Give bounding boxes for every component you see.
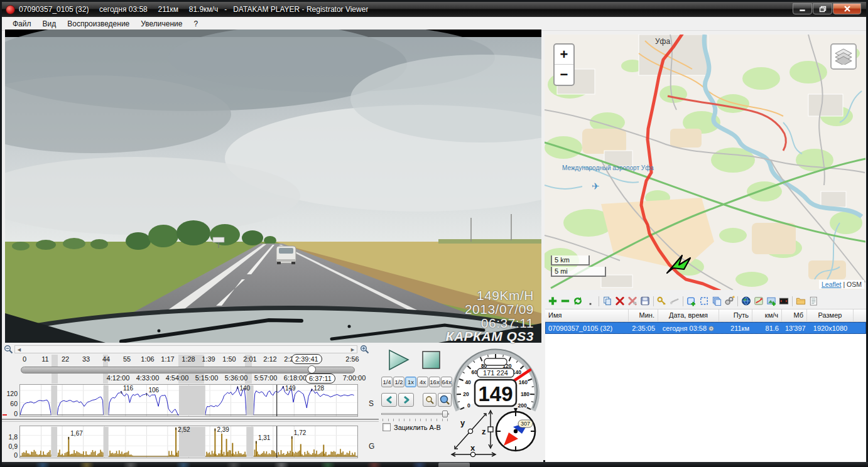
- toolbar-delete-button[interactable]: [614, 295, 626, 308]
- stop-button[interactable]: [421, 351, 442, 370]
- menu-item-help[interactable]: ?: [188, 18, 203, 30]
- speed-graph[interactable]: 116106140149128: [19, 384, 358, 417]
- checkbox-box[interactable]: [382, 423, 391, 431]
- minute-end-tick: 2:56: [345, 355, 359, 363]
- toolbar-add-button[interactable]: [546, 295, 559, 308]
- timeline-zoom-out-icon[interactable]: [4, 345, 13, 354]
- gears-icon: [724, 295, 735, 307]
- toolbar-delete-dim-button[interactable]: [626, 295, 639, 308]
- close-button[interactable]: [833, 3, 861, 14]
- cell-5: 13'397: [782, 324, 807, 333]
- toolbar-frame-add-button[interactable]: [685, 295, 698, 308]
- svg-text:116: 116: [123, 385, 133, 392]
- map-route-icon: [753, 295, 764, 307]
- axis-x-label: x: [470, 443, 475, 453]
- column-header-6[interactable]: Размер: [807, 309, 854, 321]
- odometer-value: 171 224: [483, 369, 508, 377]
- scroll-right-arrow[interactable]: ►: [350, 346, 355, 353]
- map-zoom-out-button[interactable]: −: [555, 65, 573, 85]
- toolbar-refresh-button[interactable]: [572, 295, 584, 308]
- playback-speed-16x[interactable]: 16x: [429, 377, 440, 387]
- title-bar[interactable]: 07090357_0105 (32) сегодня 03:58 211км 8…: [2, 2, 866, 17]
- column-header-4[interactable]: км/ч: [752, 309, 782, 321]
- toolbar-selection-button[interactable]: [698, 295, 710, 308]
- table-body: 07090357_0105 (32)2:35:05сегодня 03:58 2…: [545, 322, 866, 334]
- play-button[interactable]: [388, 349, 411, 372]
- video-panel[interactable]: 149Km/H 2013/07/09 06:37:11 КАРКАМ QS3: [5, 30, 541, 343]
- scroll-left-arrow[interactable]: ◄: [16, 346, 22, 353]
- volume-slider-thumb[interactable]: [442, 411, 448, 417]
- loop-ab-checkbox[interactable]: Зациклить A-B: [382, 423, 441, 431]
- g-force-graph[interactable]: 1,672,522,391,311,72: [19, 426, 358, 458]
- menu-item-file[interactable]: Файл: [7, 18, 37, 30]
- toolbar-image-add-button[interactable]: [765, 295, 778, 308]
- next-file-button[interactable]: [398, 393, 414, 407]
- menu-item-playback[interactable]: Воспроизведение: [62, 18, 135, 30]
- column-header-2[interactable]: Дата, время: [658, 309, 719, 321]
- menu-item-zoom[interactable]: Увеличение: [135, 18, 188, 30]
- timeline-slider[interactable]: [21, 367, 355, 373]
- toolbar-layers-copy-button[interactable]: [710, 295, 723, 308]
- speed-ytick: 120: [2, 390, 18, 397]
- cell-2: сегодня 03:58: [658, 324, 719, 333]
- playback-speed-1-2[interactable]: 1/2: [393, 377, 404, 387]
- g-ytick: 1,8: [2, 433, 18, 441]
- toolbar-copy-button[interactable]: [601, 295, 614, 308]
- add-icon: [547, 295, 558, 307]
- timeline-slider-thumb[interactable]: [308, 365, 316, 373]
- minute-tick: 1:50: [222, 355, 236, 363]
- toolbar-key-button[interactable]: [656, 295, 668, 308]
- table-row[interactable]: 07090357_0105 (32)2:35:05сегодня 03:58 2…: [545, 322, 866, 334]
- car-ahead: [276, 246, 296, 264]
- toolbar-more-button[interactable]: [584, 295, 597, 308]
- report-icon: [808, 295, 819, 307]
- cell-3: 211км: [719, 324, 752, 333]
- table-header: ИмяМин.Дата, времяПутькм/чМбРазмер: [545, 309, 866, 322]
- toolbar-separator: [792, 296, 793, 306]
- map-layers-button[interactable]: [830, 43, 857, 70]
- column-header-0[interactable]: Имя: [545, 309, 629, 321]
- svg-text:20: 20: [463, 391, 469, 397]
- toolbar-map-route-button[interactable]: [752, 295, 765, 308]
- svg-text:1,67: 1,67: [70, 430, 83, 437]
- clock-tick: 5:36:00: [225, 374, 248, 382]
- minimize-button[interactable]: [793, 3, 812, 14]
- restore-button[interactable]: [813, 3, 832, 14]
- toolbar-separator: [599, 296, 599, 306]
- clock-end-tick: 7:00:00: [343, 374, 366, 382]
- svg-text:149: 149: [285, 385, 296, 392]
- column-header-1[interactable]: Мин.: [629, 309, 658, 321]
- minute-tick: 1:28: [182, 355, 195, 363]
- timeline-zoom-in-icon[interactable]: [360, 345, 369, 354]
- volume-slider-ticks: [382, 419, 448, 421]
- playback-speed-4x[interactable]: 4x: [417, 377, 428, 387]
- zoom-out-plot-button[interactable]: [423, 393, 437, 407]
- playback-speed-1-4[interactable]: 1/4: [381, 377, 393, 387]
- xyz-axes-widget: y z x: [449, 408, 498, 459]
- toolbar-separator: [737, 296, 738, 306]
- toolbar-video-clip-button[interactable]: [778, 295, 790, 308]
- toolbar-report-button[interactable]: [807, 295, 820, 308]
- clip-type-icon: [708, 326, 715, 331]
- taskbar[interactable]: [2, 462, 868, 467]
- g-axis-label: G: [369, 442, 374, 451]
- more-icon: [585, 295, 596, 307]
- map-panel[interactable]: ✈ Уфа Международный аэропорт Уфа + − 5 k…: [545, 35, 865, 290]
- column-header-3[interactable]: Путь: [719, 309, 752, 321]
- leaflet-link[interactable]: Leaflet: [822, 281, 842, 288]
- speedometer: 020406080100120140160180200 171 224 149: [448, 343, 543, 414]
- toolbar-gears-button[interactable]: [723, 295, 735, 308]
- timeline-scrollbar[interactable]: ◄ ►: [14, 345, 357, 353]
- toolbar-link-dim-button[interactable]: [668, 295, 681, 308]
- map-zoom-in-button[interactable]: +: [555, 45, 573, 65]
- prev-file-button[interactable]: [381, 393, 397, 407]
- minute-tick: 44: [102, 355, 110, 363]
- playback-speed-1x[interactable]: 1x: [405, 377, 416, 387]
- column-header-5[interactable]: Мб: [782, 309, 807, 321]
- volume-slider[interactable]: [381, 411, 449, 417]
- toolbar-globe-button[interactable]: [740, 295, 752, 308]
- menu-item-view[interactable]: Вид: [37, 18, 62, 30]
- toolbar-remove-button[interactable]: [559, 295, 572, 308]
- toolbar-folder-button[interactable]: [795, 295, 807, 308]
- toolbar-save-button[interactable]: [639, 295, 651, 308]
